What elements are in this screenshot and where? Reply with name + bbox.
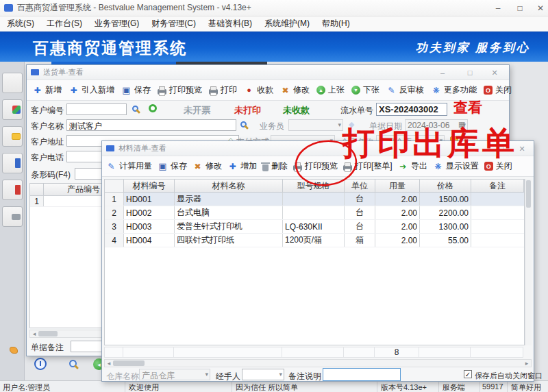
- col-header[interactable]: 型号规格: [283, 180, 345, 192]
- new-button[interactable]: ✚新增: [32, 84, 62, 96]
- col-header[interactable]: 材料编号: [124, 180, 175, 192]
- collect-payment-button[interactable]: ●收款: [244, 84, 273, 96]
- button-label: 计算用量: [119, 160, 152, 172]
- up-icon: ▲: [316, 86, 325, 95]
- note-input[interactable]: [323, 368, 401, 381]
- printer-icon: [293, 165, 302, 171]
- table-row[interactable]: 2HD002台式电脑台2.002200.00: [105, 206, 524, 220]
- button-label: 引入新增: [82, 84, 114, 96]
- calc-icon: ✎: [106, 161, 116, 171]
- status-not-received: 未收款: [283, 104, 310, 117]
- button-label: 删除: [271, 160, 288, 172]
- scroll-thumb[interactable]: [113, 360, 145, 366]
- pen-icon[interactable]: [10, 347, 18, 354]
- menu-finance[interactable]: 财务管理(C): [151, 18, 196, 29]
- button-label: 修改: [206, 160, 222, 172]
- serial-no-input[interactable]: XS-202403002: [376, 103, 447, 116]
- save-icon: ▣: [121, 85, 132, 95]
- button-label: 增加: [240, 160, 257, 172]
- print-preview-button[interactable]: 打印预览: [293, 160, 338, 172]
- annotation-print-text: 打印出库单: [342, 122, 517, 165]
- sidebar-button-2[interactable]: [2, 99, 23, 120]
- button-label: 关闭: [495, 84, 512, 96]
- doc-remark-label: 单据备注: [31, 342, 64, 354]
- scroll-right-icon[interactable]: ▸: [523, 360, 531, 367]
- add-button[interactable]: ✚增加: [227, 160, 257, 172]
- minimize-button[interactable]: –: [488, 0, 508, 16]
- button-label: 打印: [221, 84, 237, 96]
- green-ring-icon[interactable]: [149, 104, 157, 112]
- table-row[interactable]: 4HD004四联针式打印纸1200页/箱箱2.0055.00: [105, 234, 524, 247]
- sidebar-button-4[interactable]: [2, 153, 23, 173]
- table-row[interactable]: 1HD001显示器台2.001500.00: [105, 193, 524, 206]
- calc-usage-button[interactable]: ✎计算用量: [106, 160, 152, 172]
- screen: 百惠商贸通管理系统 - Bestvalue Management System …: [0, 0, 548, 392]
- next-record-button[interactable]: ▼下张: [351, 84, 379, 96]
- scroll-left-icon[interactable]: ◂: [105, 360, 113, 367]
- sidebar-button-3[interactable]: [2, 126, 23, 147]
- clock-icon[interactable]: [34, 358, 47, 370]
- scroll-thumb[interactable]: [38, 331, 58, 336]
- unaudit-icon: ✎: [386, 85, 397, 95]
- col-header[interactable]: 用量: [375, 180, 420, 192]
- close-button[interactable]: ✕: [530, 0, 548, 16]
- print-button[interactable]: 打印: [209, 84, 237, 96]
- close-dialog-button[interactable]: O关闭: [484, 84, 512, 96]
- handler-dropdown[interactable]: ▾: [242, 369, 284, 380]
- save-icon: ▣: [158, 161, 168, 171]
- col-header[interactable]: 材料名称: [175, 180, 283, 192]
- unaudit-button[interactable]: ✎反审核: [386, 84, 424, 96]
- status-server-port: 59917: [482, 382, 503, 391]
- modify-button[interactable]: ✖修改: [280, 84, 310, 96]
- magnifier-icon[interactable]: [69, 360, 77, 367]
- dlg1-maximize-button[interactable]: □: [461, 65, 479, 80]
- dlg2-vscrollbar[interactable]: [525, 179, 532, 345]
- autoclose-checkbox[interactable]: ✓: [464, 370, 472, 378]
- footer-warehouse-label: 仓库名称: [106, 371, 139, 382]
- maximize-button[interactable]: □: [510, 0, 530, 16]
- delete-button[interactable]: 删除: [262, 160, 288, 172]
- status-welcome: 欢迎使用: [129, 382, 159, 392]
- salesman-dropdown[interactable]: ▾: [288, 119, 343, 131]
- button-label: 打印预览: [305, 160, 338, 172]
- scroll-left-icon[interactable]: ◂: [30, 330, 38, 337]
- menu-maintenance[interactable]: 系统维护(M): [264, 18, 310, 29]
- customer-addr-label: 客户地址: [31, 136, 64, 148]
- sidebar-button-6[interactable]: [2, 206, 23, 227]
- search-icon[interactable]: [132, 106, 138, 112]
- dlg2-hscrollbar[interactable]: ◂ ▸: [104, 359, 532, 367]
- note-label: 备注说明: [288, 371, 321, 382]
- status-not-printed: 未打印: [234, 104, 261, 117]
- menu-help[interactable]: 帮助(H): [322, 18, 350, 29]
- col-header[interactable]: 备注: [471, 180, 524, 192]
- customer-no-input[interactable]: [66, 103, 127, 115]
- down-icon: ▼: [351, 86, 360, 95]
- status-motto: 因为信任 所以简单: [236, 382, 298, 392]
- save-button[interactable]: ▣保存: [121, 84, 151, 96]
- customer-no-label: 客户编号: [31, 105, 64, 117]
- trash-icon: [262, 164, 269, 171]
- menu-system[interactable]: 系统(S): [7, 18, 34, 29]
- more-functions-button[interactable]: ❋更多功能: [431, 84, 477, 96]
- table-row[interactable]: 3HD003爱普生针式打印机LQ-630KII台2.001300.00: [105, 220, 524, 234]
- customer-name-input[interactable]: 测试客户: [66, 119, 236, 131]
- save-button[interactable]: ▣保存: [158, 160, 187, 172]
- menu-business[interactable]: 业务管理(G): [95, 18, 139, 29]
- search-icon[interactable]: [240, 121, 247, 127]
- print-preview-button[interactable]: 打印预览: [158, 84, 202, 96]
- dlg1-minimize-button[interactable]: –: [434, 65, 451, 80]
- sidebar-button-5[interactable]: [2, 180, 23, 200]
- menu-workbench[interactable]: 工作台(S): [47, 18, 82, 29]
- salesman-label: 业务员: [260, 121, 284, 132]
- col-header[interactable]: 价格: [420, 180, 471, 192]
- dlg1-toolbar: ✚新增 ✚引入新增 ▣保存 打印预览 打印 ●收款 ✖修改 ▲上张 ▼下张 ✎反…: [27, 80, 509, 101]
- menu-basedata[interactable]: 基础资料(B): [208, 18, 252, 29]
- col-header[interactable]: 单位: [345, 180, 375, 192]
- modify-button[interactable]: ✖修改: [192, 160, 222, 172]
- sidebar-button-1[interactable]: [2, 73, 23, 93]
- scroll-thumb[interactable]: [526, 180, 531, 208]
- prev-record-button[interactable]: ▲上张: [316, 84, 345, 96]
- dlg1-close-button[interactable]: ✕: [486, 65, 503, 80]
- footer-warehouse-dropdown[interactable]: 产品仓库▾: [139, 369, 210, 380]
- import-new-button[interactable]: ✚引入新增: [68, 84, 114, 96]
